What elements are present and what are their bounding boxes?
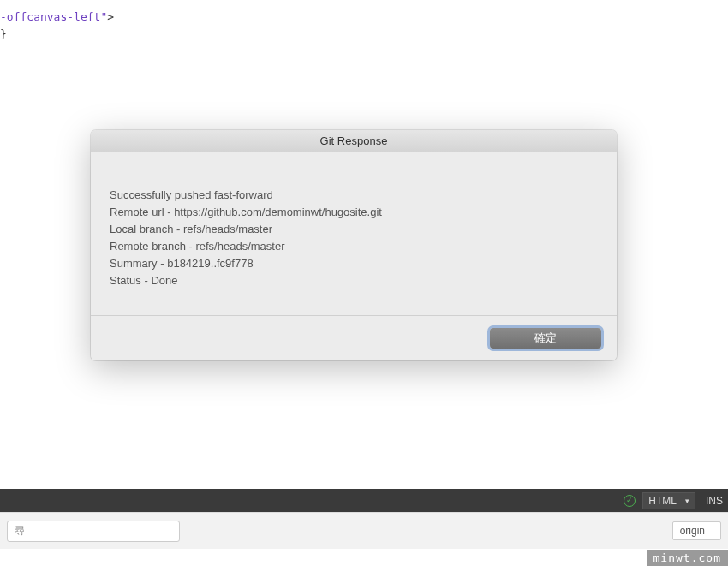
code-brace: } [0, 26, 114, 43]
dialog-message-line: Remote branch - refs/heads/master [110, 238, 598, 255]
dialog-message-line: Remote url - https://github.com/demominw… [110, 204, 598, 221]
dialog-footer: 確定 [91, 315, 617, 360]
check-icon: ✓ [624, 495, 636, 507]
code-editor-background: -offcanvas-left"> } [0, 0, 114, 51]
dialog-message-line: Successfully pushed fast-forward [110, 187, 598, 204]
code-punctuation: > [107, 10, 114, 23]
git-response-dialog: Git Response Successfully pushed fast-fo… [91, 130, 617, 360]
dialog-message-line: Summary - b184219..fc9f778 [110, 255, 598, 272]
dialog-body: Successfully pushed fast-forward Remote … [91, 152, 617, 315]
remote-selector[interactable]: origin [672, 521, 721, 540]
search-placeholder: 尋 [15, 524, 25, 539]
language-selector[interactable]: HTML ▾ [642, 492, 695, 509]
language-label: HTML [648, 495, 677, 507]
bottom-toolbar: 尋 origin [0, 512, 728, 549]
watermark: minwt.com [647, 550, 728, 566]
chevron-down-icon: ▾ [685, 497, 689, 505]
ok-button[interactable]: 確定 [490, 328, 601, 349]
dialog-message-line: Local branch - refs/heads/master [110, 221, 598, 238]
code-attribute: -offcanvas-left" [0, 10, 107, 23]
remote-label: origin [680, 525, 705, 537]
dialog-message-line: Status - Done [110, 272, 598, 289]
insert-mode-indicator: INS [706, 495, 723, 507]
dialog-title: Git Response [91, 130, 617, 152]
search-input[interactable]: 尋 [7, 521, 180, 542]
status-bar: ✓ HTML ▾ INS [0, 489, 728, 512]
